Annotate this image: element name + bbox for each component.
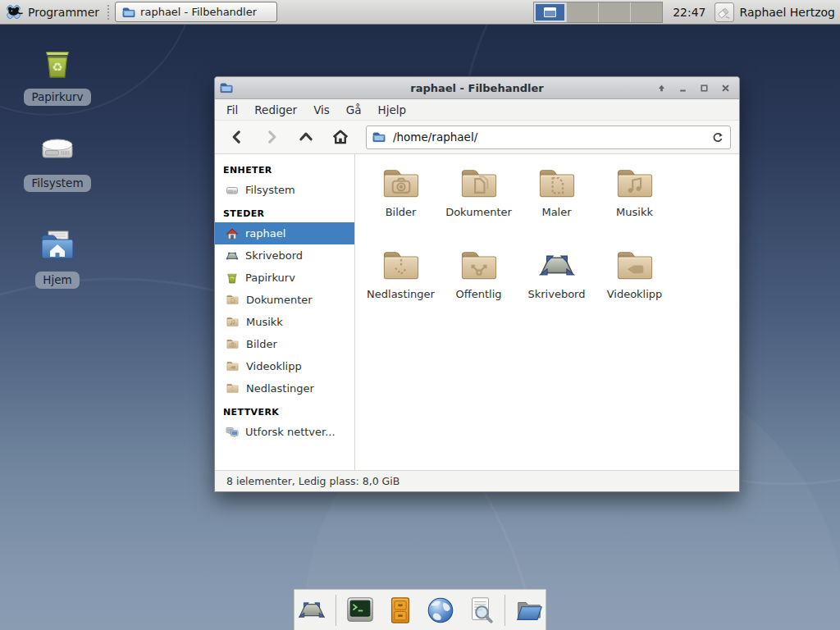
home-icon	[331, 128, 349, 146]
sidebar-header-nettverk: NETTVERK	[215, 399, 354, 421]
dock-terminal-button[interactable]	[344, 594, 377, 627]
desktop-icon	[226, 249, 239, 262]
close-button[interactable]	[716, 80, 734, 96]
home-folder-icon	[37, 228, 78, 267]
xfce-logo-icon	[4, 2, 23, 21]
file-item-nedlastinger[interactable]: Nedlastinger	[362, 248, 440, 330]
workspace-3[interactable]	[598, 2, 630, 22]
folder-videos-icon	[226, 360, 240, 372]
statusbar-text: 8 ielementer, Ledig plass: 8,0 GiB	[226, 475, 399, 487]
back-icon	[229, 129, 245, 145]
minimize-button[interactable]	[673, 80, 692, 96]
sidebar-item-dokumenter[interactable]: Dokumenter	[215, 289, 354, 311]
folder-documents-icon	[226, 294, 240, 306]
folder-videos-icon	[614, 248, 656, 284]
menu-vis[interactable]: Vis	[305, 101, 338, 119]
reload-button[interactable]	[708, 130, 726, 146]
network-icon	[226, 426, 239, 439]
dock-file-cabinet-button[interactable]	[384, 594, 417, 627]
file-item-offentlig[interactable]: Offentlig	[440, 248, 518, 330]
file-item-label: Skrivebord	[527, 288, 585, 300]
dock-search-button[interactable]	[464, 594, 497, 627]
file-item-label: Bilder	[386, 206, 417, 218]
taskbar-window-label: raphael - Filbehandler	[140, 6, 257, 18]
file-view[interactable]: Bilder Dokumenter Maler Musikk Nedlastin…	[355, 154, 739, 470]
sidebar-item-nedlastinger[interactable]: Nedlastinger	[215, 377, 354, 399]
web-browser-icon	[425, 595, 456, 626]
sidebar-item-bilder[interactable]: Bilder	[215, 333, 354, 355]
maximize-button[interactable]	[695, 80, 713, 96]
file-item-label: Videoklipp	[607, 288, 663, 300]
close-icon	[720, 83, 731, 94]
sidebar-item-label: Skrivebord	[245, 249, 303, 262]
folder-download-icon	[380, 248, 422, 284]
file-item-skrivebord[interactable]: Skrivebord	[518, 248, 596, 330]
logout-icon-box	[714, 2, 734, 22]
statusbar: 8 ielementer, Ledig plass: 8,0 GiB	[215, 470, 739, 491]
dock-file-manager-button[interactable]	[513, 594, 546, 627]
menu-fil[interactable]: Fil	[218, 101, 246, 119]
file-item-bilder[interactable]: Bilder	[362, 166, 440, 248]
taskbar-window-button[interactable]: raphael - Filbehandler	[115, 2, 277, 22]
folder-pictures-icon	[226, 338, 240, 350]
workspace-4[interactable]	[630, 2, 662, 22]
file-manager-icon	[514, 595, 545, 626]
applications-menu-button[interactable]: Programmer	[0, 1, 106, 24]
folder-templates-icon	[536, 166, 578, 202]
terminal-icon	[345, 595, 376, 626]
trash-full-icon: ♻	[37, 45, 78, 84]
show-desktop-icon	[295, 596, 328, 624]
shade-button[interactable]	[652, 80, 670, 96]
workspace-2[interactable]	[566, 2, 598, 22]
desktop-icon-filesystem[interactable]: Filsystem	[0, 131, 115, 192]
folder-music-icon	[614, 166, 656, 202]
sidebar-item-label: Musikk	[246, 316, 283, 328]
sidebar-item-label: Utforsk nettver...	[245, 426, 336, 438]
desktop: Programmer raphael - Filbehandler 22:47	[0, 0, 840, 630]
sidebar-item-musikk[interactable]: Musikk	[215, 311, 354, 333]
folder-documents-icon	[458, 166, 500, 202]
sidebar-item-label: Papirkurv	[245, 272, 295, 284]
sidebar: ENHETER Filsystem STEDER raphael Skriveb…	[215, 154, 355, 470]
dock-show-desktop-button[interactable]	[295, 594, 328, 627]
up-button[interactable]	[292, 125, 320, 149]
sidebar-item-utforsk-nettverket[interactable]: Utforsk nettver...	[215, 421, 354, 443]
panel-grip[interactable]	[107, 5, 112, 20]
sidebar-item-filsystem[interactable]: Filsystem	[215, 179, 354, 201]
desktop-icon-home[interactable]: Hjem	[0, 228, 115, 289]
folder-public-icon	[458, 248, 500, 284]
window-titlebar[interactable]: raphael - Filbehandler	[215, 77, 739, 99]
workspace-1[interactable]	[534, 2, 566, 22]
desktop-icon	[536, 248, 578, 284]
home-button[interactable]	[326, 125, 354, 149]
file-item-maler[interactable]: Maler	[518, 166, 596, 248]
sidebar-header-enheter: ENHETER	[215, 158, 354, 179]
desktop-icon-label: Hjem	[35, 272, 79, 289]
desktop-icon-label: Filsystem	[24, 175, 90, 192]
folder-window-icon	[122, 6, 135, 19]
file-item-label: Dokumenter	[445, 206, 512, 218]
document-search-icon	[465, 595, 496, 626]
back-button[interactable]	[223, 125, 251, 149]
sidebar-item-papirkurv[interactable]: Papirkurv	[215, 267, 354, 289]
sidebar-item-raphael[interactable]: raphael	[215, 222, 354, 244]
file-item-dokumenter[interactable]: Dokumenter	[440, 166, 518, 248]
dock-web-browser-button[interactable]	[424, 594, 457, 627]
location-bar[interactable]	[366, 126, 731, 149]
workspace-window-thumbnail	[544, 7, 556, 17]
user-actions-button[interactable]: Raphael Hertzog	[714, 2, 835, 22]
file-item-label: Nedlastinger	[367, 288, 435, 300]
reload-icon	[711, 131, 724, 144]
menu-ga[interactable]: Gå	[338, 101, 370, 119]
folder-pictures-icon	[380, 166, 422, 202]
workspace-switcher	[533, 2, 663, 23]
file-item-musikk[interactable]: Musikk	[596, 166, 673, 248]
file-item-videoklipp[interactable]: Videoklipp	[596, 248, 673, 330]
desktop-icon-trash[interactable]: ♻ Papirkurv	[0, 45, 115, 106]
sidebar-item-videoklipp[interactable]: Videoklipp	[215, 355, 354, 377]
forward-button[interactable]	[258, 125, 285, 149]
arrow-up-icon	[656, 83, 667, 94]
menu-rediger[interactable]: Rediger	[246, 101, 305, 119]
sidebar-item-skrivebord[interactable]: Skrivebord	[215, 244, 354, 267]
menu-hjelp[interactable]: Hjelp	[370, 101, 415, 119]
